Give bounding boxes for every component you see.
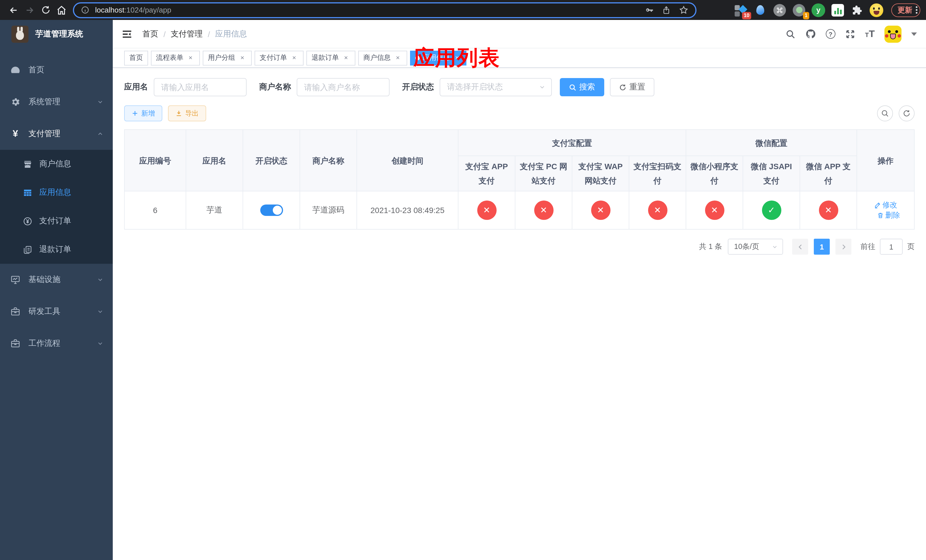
payment-submenu: 商户信息 应用信息 支付订单 [0, 150, 113, 264]
home-icon[interactable] [53, 2, 70, 18]
tags-view: 首页 流程表单 用户分组 支付订单 退款订单 商户信息 应用信息 [113, 48, 926, 68]
delete-link[interactable]: 删除 [877, 210, 900, 221]
extension-sidekick-icon[interactable]: 10 [734, 3, 748, 17]
yen-icon: ¥ [10, 129, 21, 139]
sidebar-item-pay-orders[interactable]: 支付订单 [0, 207, 113, 235]
reload-icon[interactable] [38, 2, 53, 18]
forward-icon[interactable] [22, 2, 38, 18]
tab-pay-orders[interactable]: 支付订单 [254, 50, 304, 65]
search-icon[interactable] [785, 29, 796, 39]
address-bar[interactable]: localhost:1024/pay/app [73, 2, 696, 18]
extensions-puzzle-icon[interactable] [850, 3, 864, 17]
sidebar-logo[interactable]: 芋道管理系统 [0, 20, 113, 48]
sidebar-toggle-icon[interactable] [121, 28, 133, 40]
sidebar-item-merchant-info[interactable]: 商户信息 [0, 150, 113, 178]
breadcrumb-separator: / [163, 29, 166, 38]
goto-label: 前往 [861, 242, 875, 252]
col-actions: 操作 [857, 130, 914, 191]
close-icon[interactable] [394, 54, 402, 62]
pencil-icon [874, 202, 881, 209]
col-alipay-wap: 支付宝 WAP 网站支付 [572, 156, 629, 191]
merchant-name-input[interactable] [297, 78, 390, 96]
share-icon[interactable] [662, 5, 671, 15]
browser-update-button[interactable]: 更新 [891, 3, 920, 17]
add-button[interactable]: 新增 [124, 105, 162, 121]
extension-chart-icon[interactable] [831, 3, 844, 17]
status-toggle[interactable] [260, 204, 283, 216]
chevron-down-icon [97, 98, 104, 105]
tab-process-form[interactable]: 流程表单 [151, 50, 200, 65]
url-path: :1024/pay/app [124, 6, 171, 14]
refresh-icon [619, 83, 626, 91]
extension-command-icon[interactable] [773, 3, 787, 17]
extension-yuque-icon[interactable]: y [811, 3, 825, 17]
github-icon[interactable] [805, 29, 816, 39]
documents-icon [23, 245, 32, 254]
extension-recorder-icon[interactable]: 1 [792, 3, 806, 17]
prev-page-button[interactable] [792, 239, 808, 255]
page-number-button[interactable]: 1 [814, 239, 830, 255]
bookmark-star-icon[interactable] [679, 5, 688, 15]
sidebar-item-payment[interactable]: ¥ 支付管理 [0, 118, 113, 150]
navbar: 首页 / 支付管理 / 应用信息 ? [113, 20, 926, 48]
search-button[interactable]: 搜索 [560, 78, 604, 96]
chevron-down-icon [539, 84, 546, 91]
site-info-icon[interactable] [81, 6, 89, 14]
password-key-icon[interactable] [644, 5, 654, 15]
app-name-input[interactable] [154, 78, 247, 96]
wechat-app-status-icon [819, 201, 838, 220]
close-icon[interactable] [187, 54, 195, 62]
next-page-button[interactable] [835, 239, 851, 255]
goto-page-input[interactable] [880, 239, 903, 255]
screen: localhost:1024/pay/app 10 [0, 0, 926, 560]
extension-balloon-icon[interactable] [754, 3, 767, 17]
sidebar-item-home[interactable]: 首页 [0, 54, 113, 86]
col-alipay-qr: 支付宝扫码支付 [629, 156, 686, 191]
sidebar-item-system[interactable]: 系统管理 [0, 86, 113, 118]
status-select[interactable]: 请选择开启状态 [440, 78, 552, 96]
wechat-jsapi-status-icon [762, 201, 781, 220]
fullscreen-icon[interactable] [845, 29, 855, 39]
tab-merchant-info[interactable]: 商户信息 [358, 50, 407, 65]
font-size-icon[interactable]: TT [865, 28, 875, 39]
toolbox-icon [10, 306, 21, 317]
logo-image [11, 26, 29, 43]
toggle-search-button[interactable] [877, 105, 893, 121]
status-label: 开启状态 [402, 82, 434, 92]
sidebar-item-dev-tools[interactable]: 研发工具 [0, 296, 113, 328]
edit-link[interactable]: 修改 [874, 200, 897, 210]
profile-avatar-icon[interactable] [870, 3, 883, 17]
col-status: 开启状态 [243, 130, 300, 191]
reset-button[interactable]: 重置 [610, 78, 654, 96]
browser-menu-icon[interactable] [916, 6, 917, 14]
close-icon[interactable] [291, 54, 298, 62]
chevron-right-icon [840, 243, 847, 250]
merchant-name-label: 商户名称 [259, 82, 291, 92]
sidebar-item-refund-orders[interactable]: 退款订单 [0, 235, 113, 264]
export-button[interactable]: 导出 [168, 105, 206, 121]
user-avatar[interactable] [884, 25, 902, 42]
refresh-table-button[interactable] [899, 105, 915, 121]
breadcrumb-payment[interactable]: 支付管理 [171, 29, 203, 39]
sidebar-item-workflow[interactable]: 工作流程 [0, 328, 113, 359]
help-icon[interactable]: ? [826, 29, 835, 39]
dashboard-icon [10, 65, 21, 75]
back-icon[interactable] [6, 2, 22, 18]
close-icon[interactable] [342, 54, 350, 62]
chevron-down-icon [772, 244, 778, 250]
user-menu-caret-icon[interactable] [911, 32, 917, 36]
tab-user-group[interactable]: 用户分组 [203, 50, 252, 65]
tab-home[interactable]: 首页 [124, 50, 148, 65]
tab-refund-orders[interactable]: 退款订单 [306, 50, 356, 65]
close-icon[interactable] [239, 54, 247, 62]
cell-merchant: 芋道源码 [300, 191, 357, 229]
col-created: 创建时间 [357, 130, 458, 191]
breadcrumb-home[interactable]: 首页 [142, 29, 158, 39]
col-wechat-app: 微信 APP 支付 [800, 156, 857, 191]
sidebar-item-app-info[interactable]: 应用信息 [0, 178, 113, 207]
col-alipay-pc: 支付宝 PC 网站支付 [515, 156, 572, 191]
sidebar-item-infra[interactable]: 基础设施 [0, 264, 113, 296]
alipay-pc-status-icon [534, 201, 553, 220]
search-icon [569, 83, 576, 91]
page-size-select[interactable]: 10条/页 [728, 239, 783, 255]
